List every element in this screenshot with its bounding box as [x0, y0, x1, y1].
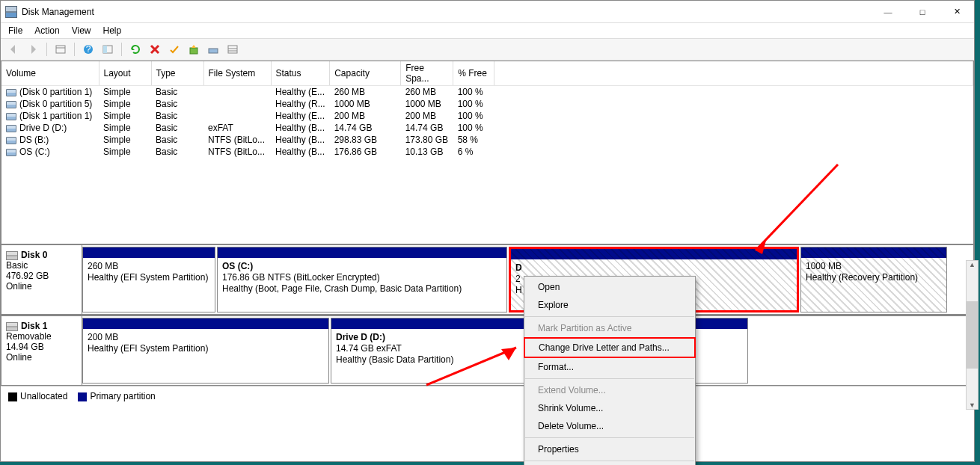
- menu-file[interactable]: File: [8, 25, 22, 36]
- col-free[interactable]: Free Spa...: [401, 61, 453, 86]
- context-menu: Open Explore Mark Partition as Active Ch…: [524, 276, 696, 465]
- svg-rect-8: [228, 46, 237, 53]
- minimize-button[interactable]: —: [871, 1, 905, 23]
- hdd-icon: [6, 322, 18, 331]
- panel-icon[interactable]: [99, 41, 116, 58]
- help-icon[interactable]: ?: [80, 41, 97, 58]
- annotation-arrow: [741, 157, 845, 264]
- table-row[interactable]: OS (C:)SimpleBasicNTFS (BitLo...Healthy …: [1, 146, 973, 158]
- svg-marker-12: [756, 238, 767, 254]
- col-layout[interactable]: Layout: [99, 61, 151, 86]
- show-hide-button[interactable]: [52, 41, 69, 58]
- legend-swatch-unallocated: [8, 392, 17, 401]
- svg-text:?: ?: [86, 44, 91, 55]
- disk-0-header[interactable]: Disk 0 Basic 476.92 GB Online: [1, 245, 82, 314]
- col-pfree[interactable]: % Free: [453, 61, 494, 86]
- svg-line-13: [426, 348, 516, 385]
- table-row[interactable]: (Disk 0 partition 5)SimpleBasicHealthy (…: [1, 98, 973, 110]
- menu-help[interactable]: Help: [103, 25, 122, 36]
- titlebar: Disk Management — □ ✕: [1, 1, 974, 23]
- check-icon[interactable]: [166, 41, 183, 58]
- svg-rect-6: [190, 48, 197, 54]
- list-icon[interactable]: [224, 41, 241, 58]
- partition[interactable]: OS (C:)176.86 GB NTFS (BitLocker Encrypt…: [217, 247, 507, 312]
- window-title: Disk Management: [22, 7, 871, 17]
- ctx-explore[interactable]: Explore: [524, 296, 695, 314]
- forward-button[interactable]: [25, 41, 41, 58]
- menu-view[interactable]: View: [72, 25, 91, 36]
- menubar: File Action View Help: [1, 23, 974, 39]
- app-icon: [5, 6, 17, 18]
- table-row[interactable]: DS (B:)SimpleBasicNTFS (BitLo...Healthy …: [1, 134, 973, 146]
- ctx-format[interactable]: Format...: [524, 358, 695, 376]
- toolbar: ?: [1, 39, 974, 61]
- vertical-scrollbar[interactable]: ▲▼: [966, 260, 979, 410]
- col-type[interactable]: Type: [151, 61, 203, 86]
- ctx-delete[interactable]: Delete Volume...: [524, 417, 695, 435]
- ctx-shrink[interactable]: Shrink Volume...: [524, 399, 695, 417]
- svg-rect-0: [56, 46, 65, 53]
- back-button[interactable]: [5, 41, 22, 58]
- table-row[interactable]: (Disk 0 partition 1)SimpleBasicHealthy (…: [1, 86, 973, 99]
- disk-1-header[interactable]: Disk 1 Removable 14.94 GB Online: [1, 316, 82, 385]
- svg-rect-5: [103, 46, 107, 53]
- table-row[interactable]: (Disk 1 partition 1)SimpleBasicHealthy (…: [1, 110, 973, 122]
- ctx-properties[interactable]: Properties: [524, 440, 695, 458]
- col-fs[interactable]: File System: [203, 61, 271, 86]
- up-icon[interactable]: [186, 41, 202, 58]
- menu-action[interactable]: Action: [34, 25, 59, 36]
- maximize-button[interactable]: □: [905, 1, 940, 23]
- hdd-icon: [6, 251, 18, 260]
- close-button[interactable]: ✕: [940, 1, 974, 23]
- partition[interactable]: 260 MBHealthy (EFI System Partition): [82, 247, 215, 312]
- svg-line-11: [756, 164, 838, 250]
- ctx-change-letter[interactable]: Change Drive Letter and Paths...: [525, 339, 694, 357]
- delete-icon[interactable]: [147, 41, 163, 58]
- table-row[interactable]: Drive D (D:)SimpleBasicexFATHealthy (B..…: [1, 122, 973, 134]
- col-status[interactable]: Status: [271, 61, 330, 86]
- annotation-arrow: [419, 340, 531, 395]
- legend-swatch-primary: [78, 392, 87, 401]
- partition[interactable]: 200 MBHealthy (EFI System Partition): [82, 318, 329, 384]
- ctx-mark-active[interactable]: Mark Partition as Active: [524, 319, 695, 337]
- refresh-icon[interactable]: [127, 41, 144, 58]
- svg-rect-7: [209, 49, 218, 53]
- col-volume[interactable]: Volume: [1, 61, 99, 86]
- col-capacity[interactable]: Capacity: [330, 61, 401, 86]
- ctx-extend[interactable]: Extend Volume...: [524, 381, 695, 399]
- ctx-open[interactable]: Open: [524, 278, 695, 296]
- disk-icon[interactable]: [205, 41, 221, 58]
